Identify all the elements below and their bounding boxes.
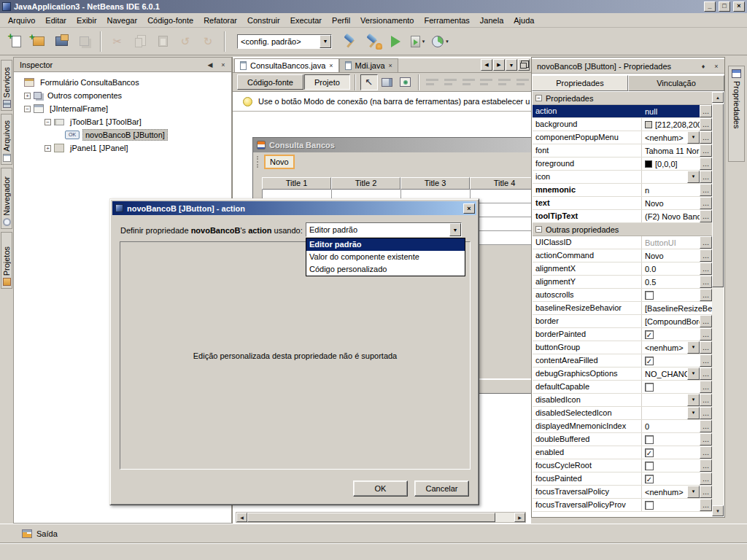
checkbox[interactable] [645,383,654,392]
ok-button[interactable]: OK [353,481,408,497]
menu-item[interactable]: Ferramentas [419,14,475,27]
align-bottom-button[interactable] [496,74,514,90]
menu-item[interactable]: Executar [285,14,327,27]
dropdown-item[interactable]: Editor padrão [306,238,465,251]
ellipsis-button[interactable]: ... [700,499,712,511]
config-combobox[interactable]: <config. padrão> ▼ [237,34,332,49]
property-row[interactable]: doubleBuffered... [533,433,712,446]
tree-expander-icon[interactable]: + [24,93,31,99]
checkbox[interactable] [645,501,654,510]
property-row[interactable]: defaultCapable... [533,381,712,394]
ellipsis-button[interactable]: ... [700,249,712,262]
checkbox[interactable] [645,462,654,470]
chevron-down-icon[interactable]: ▼ [449,223,461,236]
close-icon[interactable]: × [733,1,745,12]
table-header-cell[interactable]: Title 4 [470,177,531,190]
property-row[interactable]: UIClassIDButtonUI... [533,236,712,249]
property-row[interactable]: actionnull... [533,105,712,118]
property-row[interactable]: buttonGroup<nenhum>▼... [533,341,712,354]
chevron-down-icon[interactable]: ▼ [687,407,700,419]
menu-item[interactable]: Código-fonte [142,14,198,27]
auto-hide-icon[interactable]: ◀ [206,61,214,69]
table-header-cell[interactable]: Title 1 [262,177,331,190]
ellipsis-button[interactable]: ... [700,197,712,209]
property-row[interactable]: toolTipText(F2) Novo Banco... [533,210,712,223]
ellipsis-button[interactable]: ... [700,210,712,222]
collapse-icon[interactable]: − [535,226,542,233]
ellipsis-button[interactable]: ... [700,368,712,380]
table-header-cell[interactable]: Title 2 [331,177,400,190]
debug-button[interactable]: ▼ [408,31,428,52]
checkbox[interactable] [645,291,654,300]
sidebar-tab[interactable]: Projetos [1,232,12,289]
checkbox[interactable]: ✓ [645,330,654,339]
tree-row[interactable]: Formulário ConsultaBancos [14,76,231,89]
scroll-down-icon[interactable]: ▼ [712,505,724,516]
horizontal-scrollbar[interactable]: ◀ ▶ [236,512,526,523]
ellipsis-button[interactable]: ... [700,407,712,419]
close-icon[interactable]: × [712,63,721,70]
output-bar-label[interactable]: Saída [36,529,58,538]
tree-row[interactable]: − jToolBar1 [JToolBar] [14,115,231,128]
dropdown-item[interactable]: Código personalizado [306,263,465,276]
scroll-tabs-right-icon[interactable]: ▶ [493,59,505,71]
scroll-right-icon[interactable]: ▶ [514,513,525,522]
connection-mode-button[interactable] [379,74,396,90]
property-row[interactable]: borderPainted✓... [533,328,712,341]
cut-button[interactable]: ✂ [107,31,128,52]
menu-item[interactable]: Versionamento [355,14,419,27]
scroll-tabs-left-icon[interactable]: ◀ [481,59,492,71]
copy-button[interactable] [130,31,150,52]
property-row[interactable]: focusPainted✓... [533,472,712,486]
menu-item[interactable]: Ajuda [508,14,539,27]
scrollbar-thumb[interactable] [247,513,495,522]
paste-button[interactable] [152,31,173,52]
maximize-window-icon[interactable] [518,59,530,71]
tree-row[interactable]: novoBancoB [JButton] [14,128,231,141]
undo-button[interactable]: ↺ [175,31,196,52]
ellipsis-button[interactable]: ... [700,171,712,183]
align-left-button[interactable] [424,74,441,90]
save-all-button[interactable] [74,31,94,52]
ellipsis-button[interactable]: ... [700,236,712,249]
ellipsis-button[interactable]: ... [700,433,712,446]
novo-button-preview[interactable]: Novo [264,155,295,169]
tree-expander-icon[interactable]: − [44,119,51,125]
align-right-button[interactable] [442,74,460,90]
tree-row[interactable]: + Outros componentes [14,89,231,102]
editor-tab[interactable]: ConsultaBancos.java × [234,58,339,72]
property-row[interactable]: contentAreaFilled✓... [533,354,712,368]
editor-tab[interactable]: Mdi.java × [339,58,398,72]
chevron-down-icon[interactable]: ▼ [687,341,700,354]
new-project-button[interactable] [28,31,49,52]
table-header-cell[interactable]: Title 3 [400,177,470,190]
checkbox[interactable]: ✓ [645,357,654,365]
ellipsis-button[interactable]: ... [700,289,712,301]
sidebar-tab[interactable]: Serviços [1,60,12,111]
build-button[interactable] [340,31,360,52]
cancel-button[interactable]: Cancelar [414,481,469,497]
ellipsis-button[interactable]: ... [700,486,712,498]
dropdown-item[interactable]: Valor do componente existente [306,251,465,263]
tab-list-icon[interactable]: ▼ [506,59,517,71]
properties-side-tab[interactable]: Propriedades [728,66,745,162]
ellipsis-button[interactable]: ... [700,354,712,367]
property-row[interactable]: foreground[0,0,0]... [533,158,712,171]
chevron-down-icon[interactable]: ▼ [320,35,331,48]
checkbox[interactable]: ✓ [645,448,654,457]
menu-item[interactable]: Navegar [102,14,143,27]
menu-item[interactable]: Editar [40,14,71,27]
tree-row[interactable]: + jPanel1 [JPanel] [14,141,231,155]
property-row[interactable]: baselineResizeBehavior[BaselineResizeBeh… [533,302,712,315]
checkbox[interactable]: ✓ [645,475,654,483]
float-window-icon[interactable]: ♦ [699,63,708,70]
chevron-down-icon[interactable]: ▼ [687,486,700,498]
menu-item[interactable]: Construir [242,14,285,27]
view-toggle-button[interactable]: Código-fonte [237,74,303,90]
ellipsis-button[interactable]: ... [700,446,712,459]
property-row[interactable]: background[212,208,200]... [533,118,712,131]
property-row[interactable]: enabled✓... [533,446,712,459]
close-icon[interactable]: × [463,203,475,214]
chevron-down-icon[interactable]: ▼ [687,131,700,144]
selection-mode-button[interactable]: ↖ [360,74,378,90]
